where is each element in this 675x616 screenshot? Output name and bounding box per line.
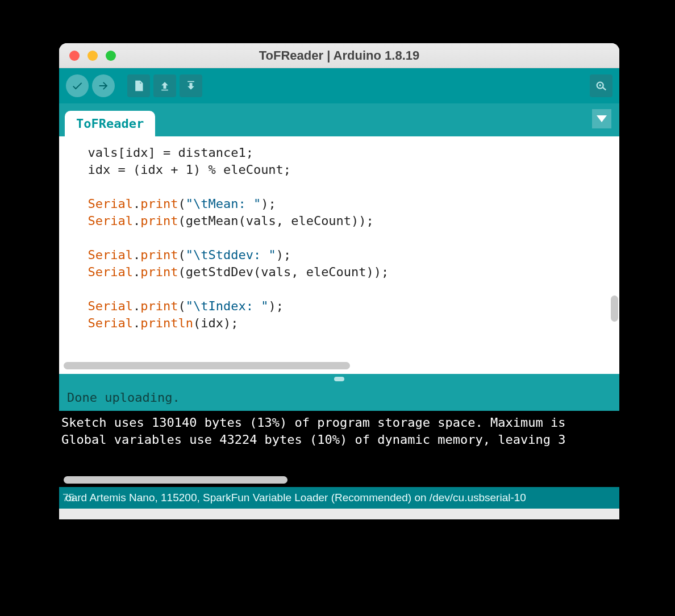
svg-rect-0 xyxy=(161,90,168,91)
minimize-window-button[interactable] xyxy=(88,51,98,61)
traffic-lights xyxy=(69,51,116,61)
console-horizontal-scrollbar[interactable] xyxy=(64,476,288,484)
tab-bar: ToFReader xyxy=(59,103,619,136)
divider-handle-icon xyxy=(334,377,344,381)
editor-horizontal-scrollbar[interactable] xyxy=(64,362,615,369)
board-port-info: oard Artemis Nano, 115200, SparkFun Vari… xyxy=(65,492,526,504)
arrow-down-icon xyxy=(185,80,197,92)
arduino-ide-window: ToFReader | Arduino 1.8.19 ToFReader val… xyxy=(59,43,619,519)
close-window-button[interactable] xyxy=(69,51,80,61)
svg-rect-1 xyxy=(188,81,194,82)
file-icon xyxy=(133,80,144,92)
open-sketch-button[interactable] xyxy=(153,74,176,97)
line-number: 75 xyxy=(63,492,74,504)
zoom-window-button[interactable] xyxy=(106,51,116,61)
console-line: Global variables use 43224 bytes (10%) o… xyxy=(61,432,565,447)
tab-tofreader[interactable]: ToFReader xyxy=(65,111,155,136)
new-sketch-button[interactable] xyxy=(127,74,150,97)
arrow-up-icon xyxy=(159,80,170,92)
upload-button[interactable] xyxy=(92,74,115,97)
svg-line-3 xyxy=(603,88,606,90)
save-sketch-button[interactable] xyxy=(180,74,202,97)
code-content[interactable]: vals[idx] = distance1; idx = (idx + 1) %… xyxy=(59,136,619,332)
code-editor[interactable]: vals[idx] = distance1; idx = (idx + 1) %… xyxy=(59,136,619,374)
pane-divider[interactable] xyxy=(59,374,619,384)
arrow-right-icon xyxy=(97,80,110,92)
svg-point-4 xyxy=(599,84,601,86)
editor-vertical-scrollbar[interactable] xyxy=(611,295,618,322)
footer-bar: 75 oard Artemis Nano, 115200, SparkFun V… xyxy=(59,487,619,509)
verify-button[interactable] xyxy=(66,74,89,97)
output-console[interactable]: Sketch uses 130140 bytes (13%) of progra… xyxy=(59,411,619,487)
check-icon xyxy=(71,80,84,92)
titlebar[interactable]: ToFReader | Arduino 1.8.19 xyxy=(59,43,619,68)
toolbar xyxy=(59,68,619,103)
status-text: Done uploading. xyxy=(67,390,180,405)
window-title: ToFReader | Arduino 1.8.19 xyxy=(59,48,619,63)
chevron-down-icon xyxy=(597,115,607,122)
serial-monitor-icon xyxy=(594,80,608,92)
console-line: Sketch uses 130140 bytes (13%) of progra… xyxy=(61,415,565,430)
status-bar: Done uploading. xyxy=(59,384,619,411)
tab-menu-button[interactable] xyxy=(592,109,611,128)
serial-monitor-button[interactable] xyxy=(590,74,612,97)
